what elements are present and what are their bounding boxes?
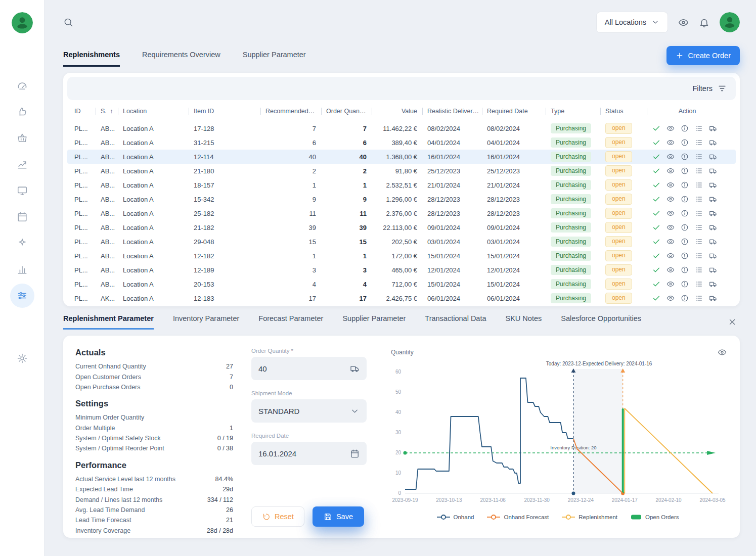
column-header-order-quantity[interactable]: Order Quantity <box>321 108 372 115</box>
delivery-truck-icon[interactable] <box>709 209 717 217</box>
table-row[interactable]: PL...AB...Location A17-1287711.462,22 €0… <box>67 121 736 135</box>
tab-replenishments[interactable]: Replenishments <box>63 51 120 67</box>
details-list-icon[interactable] <box>695 294 703 302</box>
sidebar-item-calendar[interactable] <box>15 209 30 224</box>
approve-check-icon[interactable] <box>652 209 660 217</box>
column-header-recommended-qua[interactable]: Recommended Qua... <box>260 108 321 115</box>
delivery-truck-icon[interactable] <box>709 252 717 260</box>
details-list-icon[interactable] <box>695 238 703 246</box>
shipment-mode-select[interactable]: STANDARD <box>251 399 367 423</box>
search-icon[interactable] <box>63 17 73 27</box>
info-icon[interactable] <box>681 252 689 260</box>
tab-requirements-overview[interactable]: Requirements Overview <box>142 51 220 67</box>
sidebar-item-approvals[interactable] <box>15 104 30 119</box>
sidebar-item-settings[interactable] <box>15 351 30 366</box>
legend-item-onhand[interactable]: Onhand <box>437 514 474 520</box>
column-header-value[interactable]: Value <box>372 108 422 115</box>
column-header-action[interactable]: Action <box>647 108 723 115</box>
details-list-icon[interactable] <box>695 266 703 274</box>
view-eye-icon[interactable] <box>666 252 675 260</box>
delivery-truck-icon[interactable] <box>709 238 717 246</box>
app-logo[interactable] <box>12 12 33 33</box>
details-list-icon[interactable] <box>695 280 703 288</box>
details-list-icon[interactable] <box>695 252 703 260</box>
details-list-icon[interactable] <box>695 138 703 147</box>
details-list-icon[interactable] <box>695 223 703 231</box>
approve-check-icon[interactable] <box>652 238 660 246</box>
info-icon[interactable] <box>681 124 689 132</box>
table-row[interactable]: PL...AB...Location A15-342991.296,00 €28… <box>67 192 736 206</box>
legend-item-open-orders[interactable]: Open Orders <box>631 514 679 520</box>
delivery-truck-icon[interactable] <box>709 167 717 175</box>
close-icon[interactable] <box>728 317 737 327</box>
detail-tab-salesforce-opportunities[interactable]: Salesforce Opportunities <box>561 314 641 330</box>
details-list-icon[interactable] <box>695 153 703 161</box>
column-header-item-id[interactable]: Item ID <box>189 108 260 115</box>
approve-check-icon[interactable] <box>652 124 660 132</box>
info-icon[interactable] <box>681 181 689 189</box>
column-header-id[interactable]: ID <box>69 108 96 115</box>
delivery-truck-icon[interactable] <box>709 153 717 161</box>
watchlist-eye-icon[interactable] <box>678 17 689 28</box>
save-button[interactable]: Save <box>313 506 364 527</box>
details-list-icon[interactable] <box>695 209 703 217</box>
info-icon[interactable] <box>681 294 689 302</box>
sidebar-item-dashboard[interactable] <box>15 78 30 93</box>
approve-check-icon[interactable] <box>652 252 660 260</box>
table-row[interactable]: PL...AB...Location A31-21566389,40 €04/0… <box>67 135 736 150</box>
info-icon[interactable] <box>681 266 689 274</box>
view-eye-icon[interactable] <box>666 280 675 288</box>
table-row[interactable]: PL...AB...Location A29-0481515202,50 €03… <box>67 235 736 249</box>
info-icon[interactable] <box>681 280 689 288</box>
tab-supplier-parameter[interactable]: Supplier Parameter <box>243 51 306 67</box>
sidebar-item-trends[interactable] <box>15 157 30 172</box>
user-avatar[interactable] <box>720 12 740 32</box>
details-list-icon[interactable] <box>695 167 703 175</box>
detail-tab-supplier-parameter[interactable]: Supplier Parameter <box>342 314 406 330</box>
info-icon[interactable] <box>681 195 689 203</box>
view-eye-icon[interactable] <box>666 124 675 132</box>
approve-check-icon[interactable] <box>652 167 660 175</box>
view-eye-icon[interactable] <box>666 223 675 231</box>
order-quantity-input[interactable]: 40 <box>251 357 367 380</box>
details-list-icon[interactable] <box>695 195 703 203</box>
table-row[interactable]: PL...AB...Location A12-18211172,00 €15/0… <box>67 249 736 263</box>
approve-check-icon[interactable] <box>652 294 660 302</box>
view-eye-icon[interactable] <box>666 181 675 189</box>
table-row[interactable]: PL...AB...Location A25-18211112.376,00 €… <box>67 206 736 220</box>
view-eye-icon[interactable] <box>666 195 675 203</box>
info-icon[interactable] <box>681 238 689 246</box>
view-eye-icon[interactable] <box>666 138 675 147</box>
table-row[interactable]: PL...AK...Location A12-18317172.426,75 €… <box>67 291 736 305</box>
sidebar-item-orders[interactable] <box>15 130 30 146</box>
approve-check-icon[interactable] <box>652 138 660 147</box>
table-row[interactable]: PL...AB...Location A12-11440401.368,00 €… <box>67 150 736 164</box>
delivery-truck-icon[interactable] <box>709 266 717 274</box>
approve-check-icon[interactable] <box>652 223 660 231</box>
legend-item-replenishment[interactable]: Replenishment <box>562 514 617 520</box>
notifications-bell-icon[interactable] <box>699 17 709 28</box>
info-icon[interactable] <box>681 209 689 217</box>
column-header-realistic-delivery[interactable]: Realistic Delivery ... <box>422 108 482 115</box>
delivery-truck-icon[interactable] <box>709 280 717 288</box>
delivery-truck-icon[interactable] <box>709 223 717 231</box>
table-row[interactable]: PL...AB...Location A12-18933465,00 €12/0… <box>67 263 736 277</box>
view-eye-icon[interactable] <box>666 209 675 217</box>
approve-check-icon[interactable] <box>652 280 660 288</box>
legend-item-onhand-forecast[interactable]: Onhand Forecast <box>487 514 549 520</box>
filters-bar[interactable]: Filters <box>67 77 736 100</box>
details-list-icon[interactable] <box>695 181 703 189</box>
column-header-required-date[interactable]: Required Date <box>482 108 546 115</box>
table-row[interactable]: PL...AB...Location A21-182393922.113,00 … <box>67 220 736 235</box>
view-eye-icon[interactable] <box>666 153 675 161</box>
view-eye-icon[interactable] <box>666 167 675 175</box>
view-eye-icon[interactable] <box>666 238 675 246</box>
delivery-truck-icon[interactable] <box>709 195 717 203</box>
reset-button[interactable]: Reset <box>251 506 304 527</box>
details-list-icon[interactable] <box>695 124 703 132</box>
location-selector[interactable]: All Locations <box>596 12 668 33</box>
detail-tab-replenishment-parameter[interactable]: Replenishment Parameter <box>63 314 154 330</box>
approve-check-icon[interactable] <box>652 181 660 189</box>
delivery-truck-icon[interactable] <box>709 294 717 302</box>
detail-tab-inventory-parameter[interactable]: Inventory Parameter <box>173 314 239 330</box>
